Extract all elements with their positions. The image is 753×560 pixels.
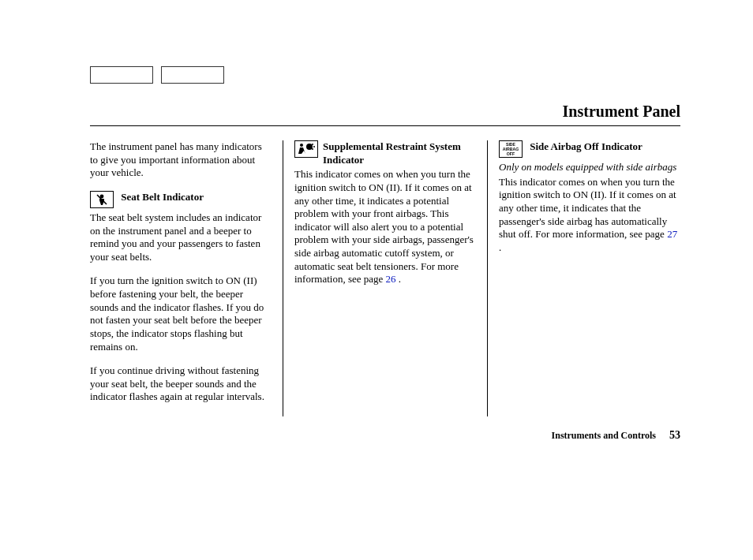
section-heading-sideairbag: SIDE AIRBAG OFF Side Airbag Off Indicato… <box>499 140 680 159</box>
side-airbag-off-icon-text: SIDE AIRBAG OFF <box>500 141 522 156</box>
sideairbag-p1: This indicator comes on when you turn th… <box>499 176 680 255</box>
content-columns: The instrument panel has many indicators… <box>90 140 680 416</box>
footer-page-number: 53 <box>669 429 680 441</box>
heading-srs: Supplemental Restraint System Indicator <box>323 140 461 166</box>
seatbelt-p1: The seat belt system includes an indicat… <box>90 211 272 264</box>
section-heading-seatbelt: Seat Belt Indicator <box>90 191 272 210</box>
intro-paragraph: The instrument panel has many indicators… <box>90 140 272 180</box>
page-title: Instrument Panel <box>563 103 680 121</box>
section-heading-srs: Supplemental Restraint System Indicator <box>294 140 476 166</box>
srs-p1-body: This indicator comes on when you turn th… <box>294 168 474 285</box>
top-button-row <box>90 66 680 84</box>
svg-point-2 <box>306 144 313 150</box>
seatbelt-p3: If you continue driving without fastenin… <box>90 364 272 404</box>
page-ref-26[interactable]: 26 <box>386 273 396 285</box>
page-footer: Instruments and Controls 53 <box>552 429 680 442</box>
sideairbag-p1-body: This indicator comes on when you turn th… <box>499 176 676 241</box>
nav-button-2[interactable] <box>161 66 224 84</box>
page-ref-27[interactable]: 27 <box>667 228 677 240</box>
srs-p1: This indicator comes on when you turn th… <box>294 168 476 286</box>
svg-point-6 <box>300 144 303 147</box>
seatbelt-icon <box>90 191 114 208</box>
nav-button-1[interactable] <box>90 66 153 84</box>
side-airbag-off-icon: SIDE AIRBAG OFF <box>499 140 523 158</box>
manual-page: Instrument Panel The instrument panel ha… <box>0 0 753 560</box>
srs-airbag-icon <box>294 140 318 158</box>
sideairbag-note: Only on models equipped with side airbag… <box>499 161 680 174</box>
svg-point-3 <box>312 144 313 145</box>
svg-point-5 <box>312 148 313 150</box>
column-2: Supplemental Restraint System Indicator … <box>283 140 487 416</box>
seatbelt-p2: If you turn the ignition switch to ON (I… <box>90 274 272 353</box>
column-1: The instrument panel has many indicators… <box>90 140 283 416</box>
sideairbag-p1-tail: . <box>499 241 501 253</box>
srs-p1-tail: . <box>396 273 402 285</box>
heading-seatbelt: Seat Belt Indicator <box>121 191 204 203</box>
footer-section: Instruments and Controls <box>552 430 656 441</box>
title-row: Instrument Panel <box>90 103 680 126</box>
svg-point-4 <box>313 146 315 147</box>
heading-sideairbag: Side Airbag Off Indicator <box>530 140 642 152</box>
column-3: SIDE AIRBAG OFF Side Airbag Off Indicato… <box>488 140 680 416</box>
